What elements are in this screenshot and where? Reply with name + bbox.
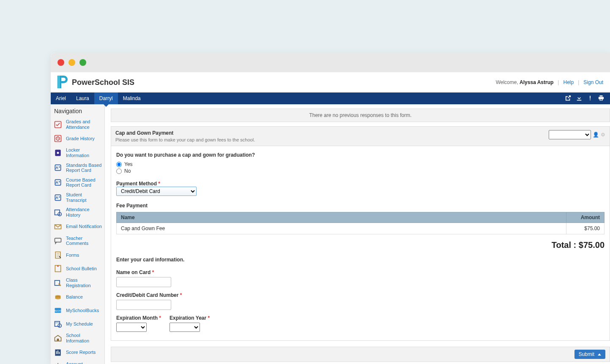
score-reports-icon <box>53 348 63 357</box>
payment-method-label: Payment Method * <box>116 181 605 187</box>
nav-grade-history[interactable]: Grade History <box>51 132 104 145</box>
nav-standards-report-card[interactable]: A⁺ Standards Based Report Card <box>51 160 104 175</box>
submit-button[interactable]: Submit <box>574 350 605 359</box>
report-card-icon: A⁺ <box>53 163 63 172</box>
purchase-yes-option[interactable]: Yes <box>116 161 605 167</box>
form-panel: Cap and Gown Payment Please use this for… <box>111 126 610 341</box>
nav-label: School Information <box>66 333 102 343</box>
content-area: There are no previous responses to this … <box>105 104 610 364</box>
welcome-text: Welcome, Alyssa Astrup <box>496 79 554 85</box>
exp-month-label: Expiration Month * <box>116 315 161 321</box>
preferences-icon <box>53 362 63 364</box>
locker-icon <box>53 148 63 158</box>
nav-myschoolbucks[interactable]: BUCKS MySchoolBucks <box>51 304 104 317</box>
svg-rect-1 <box>590 95 591 98</box>
email-icon <box>53 222 63 231</box>
tab-ariel[interactable]: Ariel <box>51 92 71 104</box>
minimize-window-button[interactable] <box>68 59 75 66</box>
purchase-question: Do you want to purchase a cap and gown f… <box>116 152 605 158</box>
registration-icon <box>53 278 63 288</box>
name-on-card-input[interactable] <box>116 277 171 287</box>
header-right: Welcome, Alyssa Astrup | Help | Sign Out <box>496 79 603 85</box>
nav-grades-attendance[interactable]: Grades and Attendance <box>51 117 104 132</box>
exp-year-select[interactable] <box>170 323 200 332</box>
app-header: PowerSchool SIS Welcome, Alyssa Astrup |… <box>51 72 610 92</box>
myschoolbucks-icon: BUCKS <box>53 306 63 315</box>
payment-method-select[interactable]: Credit/Debit Card <box>116 187 197 196</box>
gear-icon[interactable]: ⚙ <box>601 132 605 138</box>
nav-school-bulletin[interactable]: School Bulletin <box>51 262 104 275</box>
nav-student-transcript[interactable]: A⁺ Student Transcript <box>51 190 104 205</box>
print-icon[interactable] <box>598 95 604 102</box>
nav-label: Balance <box>66 294 83 300</box>
nav-email-notification[interactable]: Email Notification <box>51 220 104 234</box>
fee-row-amount: $75.00 <box>566 223 605 234</box>
submit-bar: Submit <box>111 347 610 362</box>
student-tabs: Ariel Laura Darryl Malinda <box>51 92 610 104</box>
card-number-input[interactable] <box>116 300 171 310</box>
nav-label: Email Notification <box>66 224 102 229</box>
nav-label: Course Based Report Card <box>66 177 102 188</box>
tab-laura[interactable]: Laura <box>71 92 94 104</box>
nav-label: School Bulletin <box>66 266 97 272</box>
nav-account-preferences[interactable]: Account Preferences <box>51 359 104 364</box>
exp-month-select[interactable] <box>116 323 147 332</box>
grades-attendance-icon <box>53 120 63 129</box>
purchase-no-radio[interactable] <box>116 168 122 174</box>
nav-title: Navigation <box>51 104 104 117</box>
svg-rect-29 <box>57 339 59 341</box>
app-logo: PowerSchool SIS <box>57 76 134 90</box>
grade-history-icon <box>53 134 63 143</box>
nav-label: Class Registration <box>66 277 102 288</box>
purchase-yes-radio[interactable] <box>116 162 122 167</box>
exp-year-label: Expiration Year * <box>170 315 210 321</box>
bulletin-icon <box>53 264 63 273</box>
nav-my-schedule[interactable]: My Schedule <box>51 317 104 331</box>
nav-label: Account Preferences <box>66 361 102 364</box>
card-number-label: Credit/Debit Card Number * <box>116 292 605 298</box>
nav-label: Student Transcript <box>66 192 102 203</box>
nav-school-information[interactable]: School Information <box>51 331 104 345</box>
nav-course-report-card[interactable]: A⁺ Course Based Report Card <box>51 175 104 190</box>
app-window: PowerSchool SIS Welcome, Alyssa Astrup |… <box>51 53 610 364</box>
nav-label: Attendance History <box>66 207 102 217</box>
tab-darryl[interactable]: Darryl <box>94 92 118 104</box>
sidebar: Navigation Grades and Attendance Grade H… <box>51 104 105 364</box>
school-info-icon <box>53 334 63 343</box>
nav-locker-info[interactable]: Locker Information <box>51 145 104 160</box>
svg-rect-31 <box>56 351 57 354</box>
svg-text:A⁺: A⁺ <box>55 181 60 185</box>
nav-attendance-history[interactable]: Attendance History <box>51 205 104 220</box>
maximize-window-button[interactable] <box>79 59 86 66</box>
nav-label: My Schedule <box>66 321 93 327</box>
svg-rect-17 <box>55 238 61 242</box>
svg-point-7 <box>57 152 59 154</box>
table-row: Cap and Gown Fee $75.00 <box>117 223 605 234</box>
form-response-select[interactable] <box>549 130 591 139</box>
alert-icon[interactable] <box>587 95 593 102</box>
balance-icon <box>53 292 63 302</box>
nav-teacher-comments[interactable]: Teacher Comments <box>51 234 104 248</box>
fee-total: Total : $75.00 <box>116 240 605 250</box>
fee-col-name: Name <box>117 212 566 223</box>
help-link[interactable]: Help <box>563 79 574 85</box>
download-icon[interactable] <box>576 95 582 102</box>
close-window-button[interactable] <box>57 59 64 66</box>
external-link-icon[interactable] <box>565 95 571 102</box>
purchase-no-option[interactable]: No <box>116 168 605 174</box>
nav-forms[interactable]: Forms <box>51 248 104 262</box>
fee-row-name: Cap and Gown Fee <box>117 223 566 234</box>
signout-link[interactable]: Sign Out <box>583 79 603 85</box>
svg-rect-33 <box>59 352 60 354</box>
nav-score-reports[interactable]: Score Reports <box>51 346 104 359</box>
fee-section-title: Fee Payment <box>116 203 605 209</box>
tab-malinda[interactable]: Malinda <box>118 92 146 104</box>
nav-class-registration[interactable]: Class Registration <box>51 275 104 290</box>
attendance-history-icon <box>53 208 63 217</box>
svg-point-20 <box>57 265 58 266</box>
name-on-card-label: Name on Card * <box>116 269 605 275</box>
nav-balance[interactable]: Balance <box>51 290 104 304</box>
fee-table: Name Amount Cap and Gown Fee $75.00 <box>116 212 605 234</box>
nav-label: Forms <box>66 253 79 258</box>
forms-icon <box>53 250 63 260</box>
